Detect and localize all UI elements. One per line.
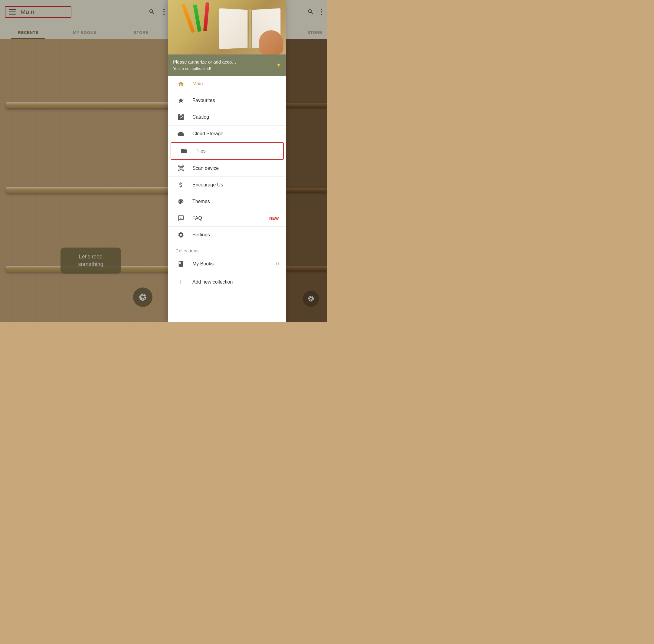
auth-notification-bar[interactable]: Please authorize or add acco… You're not… [168,54,286,76]
folder-icon [179,148,189,154]
collections-section-header: Collections [168,243,286,256]
pencil-red [203,2,209,31]
menu-item-catalog[interactable]: Catalog [168,109,286,125]
dollar-icon [176,182,186,188]
menu-item-settings[interactable]: Settings [168,227,286,243]
pencil-green [193,4,201,32]
menu-item-faq[interactable]: FAQ NEW [168,210,286,226]
menu-item-files[interactable]: Files [171,142,284,160]
auth-text: Please authorize or add acco… You're not… [173,59,236,71]
menu-label-add-collection: Add new collection [192,279,233,285]
drawer-menu: Main Favourites Catalog Cloud Storage [168,76,286,322]
add-icon: + [176,277,186,287]
menu-item-add-collection[interactable]: + Add new collection [168,272,286,292]
menu-item-favourites[interactable]: Favourites [168,92,286,109]
menu-item-my-books[interactable]: My Books 0 [168,256,286,272]
menu-label-favourites: Favourites [192,98,215,103]
auth-line2: You're not authorized! [173,66,236,72]
my-books-count: 0 [276,261,279,267]
cloud-icon [176,131,186,137]
menu-label-files: Files [195,148,206,154]
book-illustration [168,0,286,54]
drawer-panel: Please authorize or add acco… You're not… [168,0,286,322]
faq-icon [176,215,186,222]
menu-item-cloud-storage[interactable]: Cloud Storage [168,125,286,142]
book-spine [249,9,251,48]
menu-label-main: Main [192,81,203,87]
faq-badge: NEW [269,216,279,221]
scan-icon [176,165,186,171]
menu-label-catalog: Catalog [192,114,209,120]
auth-dropdown-arrow[interactable]: ▼ [276,62,281,68]
menu-label-settings: Settings [192,232,210,237]
menu-label-scan-device: Scan device [192,165,219,171]
drawer-header [168,0,286,54]
star-icon [176,97,186,104]
menu-label-faq: FAQ [192,215,202,221]
menu-item-encourage-us[interactable]: Encourage Us [168,177,286,193]
pencil-orange [181,3,195,33]
menu-label-themes: Themes [192,199,210,204]
menu-item-themes[interactable]: Themes [168,193,286,210]
book-icon [176,260,186,267]
auth-line1: Please authorize or add acco… [173,59,236,66]
palette-icon [176,198,186,205]
menu-item-main[interactable]: Main [168,76,286,92]
menu-label-my-books: My Books [192,261,214,267]
menu-label-encourage-us: Encourage Us [192,182,223,188]
home-icon [176,80,186,87]
menu-label-cloud-storage: Cloud Storage [192,131,223,137]
hand-element [259,30,283,54]
book-left-page [219,8,248,49]
settings-icon [176,231,186,238]
menu-item-scan-device[interactable]: Scan device [168,160,286,177]
catalog-icon [176,114,186,120]
